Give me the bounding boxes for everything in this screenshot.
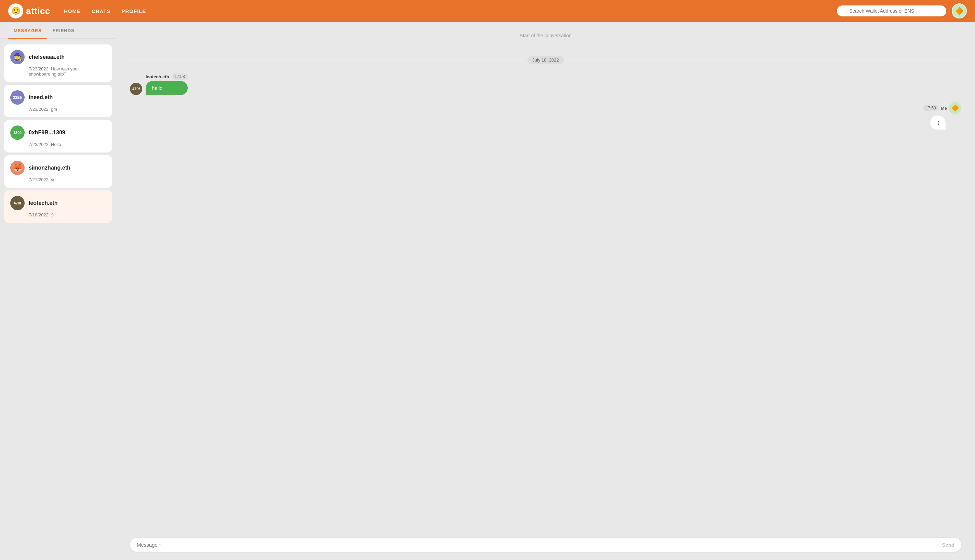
left-panel: MESSAGES FRIENDS 🧙 chelseaaa.eth 7/23/20… (0, 22, 116, 560)
msg-avatar-leotech: 470f (130, 83, 142, 95)
send-button[interactable]: Send (942, 542, 955, 548)
convo-name-ineed: ineed.eth (29, 94, 53, 100)
tab-friends[interactable]: FRIENDS (47, 22, 80, 39)
nav-search-area: 🔍 🔶 (837, 3, 967, 18)
search-wrap: 🔍 (837, 5, 946, 17)
logo-icon: 🙂 (8, 3, 23, 18)
convo-item-leotech[interactable]: 470f leotech.eth 7/18/2022: :) (4, 190, 112, 223)
convo-header: 🦊 simonzhang.eth (10, 161, 106, 175)
convo-item-0xbf9b[interactable]: 1309 0xbF9B...1309 7/23/2022: Hello (4, 120, 112, 152)
user-avatar[interactable]: 🔶 (952, 3, 967, 18)
convo-header: 470f leotech.eth (10, 196, 106, 210)
msg-bubble-outgoing: :) (930, 115, 946, 130)
nav-home[interactable]: HOME (64, 8, 81, 14)
tabs-row: MESSAGES FRIENDS (0, 22, 116, 39)
convo-name-simonzhang: simonzhang.eth (29, 165, 70, 171)
date-divider: July 18, 2022 (130, 56, 961, 64)
logo-area: 🙂 atticc (8, 3, 50, 18)
chat-input-wrap: Send (130, 538, 961, 552)
convo-avatar-chelseaaa: 🧙 (10, 50, 25, 64)
convo-item-simonzhang[interactable]: 🦊 simonzhang.eth 7/21/2022: yo (4, 155, 112, 188)
msg-time-outgoing: 17:59 (923, 105, 939, 111)
logo-text: atticc (26, 6, 50, 17)
msg-meta-incoming: leotech.eth 17:58 (146, 73, 188, 80)
conversation-start-label: Start of the conversation (130, 33, 961, 38)
msg-sender-name: leotech.eth (146, 74, 169, 79)
convo-preview-chelseaaa: 7/23/2022: How was your snowboarding tri… (10, 66, 106, 77)
convo-preview-0xbf9b: 7/23/2022: Hello (10, 142, 106, 147)
convo-preview-simonzhang: 7/21/2022: yo (10, 177, 106, 182)
convo-header: 🧙 chelseaaa.eth (10, 50, 106, 64)
msg-content-incoming: leotech.eth 17:58 hello (146, 73, 188, 95)
convo-item-ineed[interactable]: 22E5 ineed.eth 7/23/2022: gm (4, 85, 112, 117)
convo-header: 1309 0xbF9B...1309 (10, 125, 106, 140)
convo-item-chelseaaa[interactable]: 🧙 chelseaaa.eth 7/23/2022: How was your … (4, 45, 112, 82)
navbar: 🙂 atticc HOME CHATS PROFILE 🔍 🔶 (0, 0, 975, 22)
convo-avatar-0xbf9b: 1309 (10, 125, 25, 140)
convo-header: 22E5 ineed.eth (10, 90, 106, 105)
chat-messages: Start of the conversation July 18, 2022 … (116, 22, 975, 532)
msg-bubble-incoming: hello (146, 81, 188, 95)
convo-avatar-leotech: 470f (10, 196, 25, 210)
msg-avatar-me: 🔶 (949, 102, 961, 114)
message-row-outgoing: 17:59 Me 🔶 :) (130, 102, 961, 130)
search-input[interactable] (837, 5, 946, 17)
outgoing-meta-row: 17:59 Me 🔶 (923, 102, 961, 114)
convo-preview-ineed: 7/23/2022: gm (10, 107, 106, 112)
chat-area: Start of the conversation July 18, 2022 … (116, 22, 975, 560)
msg-time-badge-incoming: 17:58 (172, 73, 188, 80)
date-label: July 18, 2022 (527, 56, 563, 64)
convo-preview-leotech: 7/18/2022: :) (10, 212, 106, 217)
message-row-incoming: 470f leotech.eth 17:58 hello (130, 73, 961, 95)
convo-name-chelseaaa: chelseaaa.eth (29, 54, 65, 60)
conversations-list: 🧙 chelseaaa.eth 7/23/2022: How was your … (0, 39, 116, 560)
nav-profile[interactable]: PROFILE (122, 8, 146, 14)
convo-name-0xbf9b: 0xbF9B...1309 (29, 130, 65, 136)
convo-avatar-ineed: 22E5 (10, 90, 25, 105)
message-input[interactable] (137, 542, 942, 548)
tab-messages[interactable]: MESSAGES (8, 22, 47, 39)
chat-input-bar: Send (116, 532, 975, 560)
convo-avatar-simonzhang: 🦊 (10, 161, 25, 175)
main-layout: MESSAGES FRIENDS 🧙 chelseaaa.eth 7/23/20… (0, 22, 975, 560)
me-label: Me (941, 106, 947, 111)
nav-chats[interactable]: CHATS (92, 8, 111, 14)
convo-name-leotech: leotech.eth (29, 200, 57, 206)
